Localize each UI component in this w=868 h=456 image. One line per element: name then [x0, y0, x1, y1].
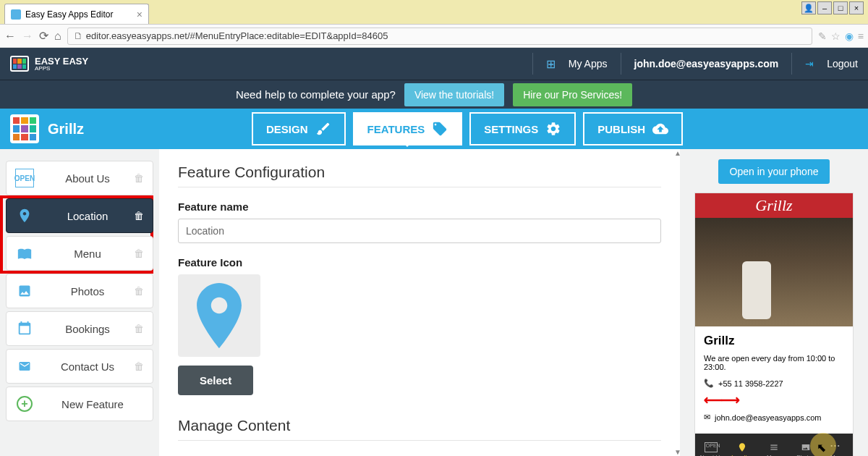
tags-icon — [432, 121, 448, 137]
my-apps-link[interactable]: My Apps — [569, 58, 608, 69]
feature-name-label: Feature name — [178, 200, 661, 213]
section-heading: Manage Content — [178, 417, 661, 441]
cloud-upload-icon — [652, 121, 668, 137]
menu-icon[interactable]: ≡ — [858, 30, 864, 42]
close-window-icon[interactable]: × — [849, 1, 864, 14]
url-input[interactable]: 🗋 editor.easyeasyapps.net/#MenuEntryPlac… — [67, 28, 812, 45]
sidebar-item-label: Photos — [41, 285, 134, 297]
phone-nav-location[interactable]: Location — [727, 434, 759, 456]
user-email[interactable]: john.doe@easyeasyapps.com — [634, 58, 779, 69]
sidebar-item-label: About Us — [41, 172, 134, 185]
annotation-arrow-icon: ⟵⟶ — [704, 392, 739, 408]
close-tab-icon[interactable]: × — [137, 9, 142, 20]
features-sidebar: OPEN About Us 🗑 Location 🗑 Menu 🗑 Photos… — [0, 149, 159, 456]
wand-icon[interactable]: ✎ — [818, 30, 827, 42]
image-icon — [15, 282, 34, 300]
maximize-icon[interactable]: □ — [833, 1, 848, 14]
phone-preview-panel: Open in your phone Grillz Grillz We are … — [680, 149, 868, 456]
tab-publish[interactable]: PUBLISH — [583, 112, 683, 145]
user-icon[interactable]: 👤 — [801, 1, 816, 14]
sidebar-item-new-feature[interactable]: + New Feature — [6, 387, 153, 421]
trash-icon[interactable]: 🗑 — [134, 360, 144, 372]
forward-icon: → — [22, 30, 33, 43]
trash-icon[interactable]: 🗑 — [134, 172, 144, 184]
brand-line2: APPS — [35, 66, 88, 72]
sidebar-item-contact-us[interactable]: Contact Us 🗑 — [6, 349, 153, 384]
sidebar-item-label: Location — [41, 210, 134, 222]
hire-button[interactable]: Hire our Pro Services! — [513, 83, 632, 106]
favicon — [11, 9, 21, 20]
phone-frame: Grillz Grillz We are open every day from… — [694, 193, 854, 456]
extension-icon[interactable]: ◉ — [845, 30, 854, 42]
sidebar-item-label: Menu — [41, 248, 134, 260]
logout-icon[interactable]: ⇥ — [805, 58, 814, 69]
app-header: EASY EASYAPPS ⊞ My Apps john.doe@easyeas… — [0, 48, 868, 80]
editor-nav: Grillz DESIGN FEATURES SETTINGS PUBLISH — [0, 109, 868, 149]
feature-config-panel: Feature Configuration Feature name Featu… — [159, 149, 680, 456]
icon-preview — [178, 274, 260, 357]
sidebar-item-bookings[interactable]: Bookings 🗑 — [6, 311, 153, 346]
trash-icon[interactable]: 🗑 — [134, 210, 144, 221]
pin-icon — [15, 206, 34, 225]
sidebar-item-about-us[interactable]: OPEN About Us 🗑 — [6, 161, 153, 195]
sidebar-item-label: Contact Us — [41, 360, 134, 373]
sidebar-item-label: Bookings — [41, 323, 134, 335]
brand-logo[interactable]: EASY EASYAPPS — [10, 56, 88, 72]
app-logo-icon[interactable] — [10, 114, 39, 143]
tab-title: Easy Easy Apps Editor — [25, 9, 113, 20]
open-in-phone-button[interactable]: Open in your phone — [718, 159, 830, 184]
phone-icon: 📞 — [704, 379, 714, 388]
sidebar-item-menu[interactable]: Menu 🗑 — [6, 236, 153, 271]
cursor-icon: ⬉ — [817, 441, 826, 455]
trash-icon[interactable]: 🗑 — [134, 248, 144, 259]
envelope-icon: ✉ — [704, 413, 710, 422]
phone-number: +55 11 3958-2227 — [718, 379, 783, 388]
url-text: editor.easyeasyapps.net/#MenuEntryPlace:… — [86, 30, 388, 41]
bookmark-icon[interactable]: ☆ — [831, 30, 841, 42]
tutorials-button[interactable]: View the tutorials! — [404, 83, 504, 106]
phone-title: Grillz — [704, 334, 844, 348]
trash-icon[interactable]: 🗑 — [134, 323, 144, 334]
phone-hours: We are open every day from 10:00 to 23:0… — [704, 354, 844, 371]
tab-features[interactable]: FEATURES — [353, 112, 463, 145]
envelope-icon — [15, 357, 34, 376]
phone-app-header: Grillz — [695, 193, 853, 218]
plus-icon: + — [17, 396, 33, 412]
gear-icon — [545, 121, 561, 137]
sidebar-item-location[interactable]: Location 🗑 — [6, 198, 153, 233]
minimize-icon[interactable]: – — [817, 1, 832, 14]
help-bar: Need help to complete your app? View the… — [0, 80, 868, 109]
location-pin-icon — [194, 283, 244, 348]
browser-tab[interactable]: Easy Easy Apps Editor × — [4, 4, 149, 24]
phone-nav-menu[interactable]: Menu — [758, 434, 790, 456]
book-icon — [15, 244, 34, 263]
sidebar-item-label: New Feature — [41, 398, 144, 410]
phone-nav-about[interactable]: OPENAbout Us — [695, 434, 727, 456]
phone-email: john.doe@easyeasyapps.com — [715, 413, 822, 422]
feature-icon-label: Feature Icon — [178, 256, 661, 269]
feature-name-input[interactable] — [178, 219, 661, 243]
help-text: Need help to complete your app? — [236, 88, 396, 101]
reload-icon[interactable]: ⟳ — [39, 29, 48, 43]
section-heading: Feature Configuration — [178, 164, 661, 187]
sidebar-item-photos[interactable]: Photos 🗑 — [6, 274, 153, 308]
select-icon-button[interactable]: Select — [178, 366, 253, 395]
open-sign-icon: OPEN — [15, 169, 34, 187]
tab-settings[interactable]: SETTINGS — [469, 112, 576, 145]
scrollbar[interactable]: ▲▼ — [674, 149, 680, 456]
page-icon: 🗋 — [74, 30, 83, 41]
home-icon[interactable]: ⌂ — [54, 30, 61, 43]
phone-hero-image — [695, 218, 853, 326]
apps-grid-icon[interactable]: ⊞ — [546, 57, 556, 71]
app-name: Grillz — [48, 121, 84, 138]
logout-link[interactable]: Logout — [827, 58, 858, 69]
brush-icon — [315, 121, 331, 137]
trash-icon[interactable]: 🗑 — [134, 285, 144, 297]
back-icon[interactable]: ← — [4, 30, 16, 43]
calendar-icon — [15, 319, 34, 338]
tab-design[interactable]: DESIGN — [252, 112, 346, 145]
